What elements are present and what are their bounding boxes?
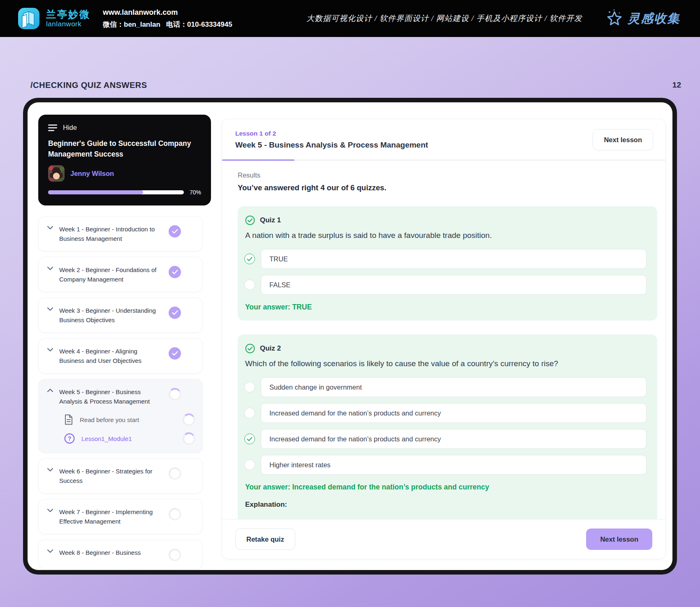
lesson-subitem[interactable]: ? Lesson1_Module1 xyxy=(47,432,195,445)
progress-ring-icon xyxy=(169,467,181,480)
lesson-header: Lesson 1 of 2 Week 5 - Business Analysis… xyxy=(222,119,665,159)
brand-bar: 兰亭妙微 lanlanwork www.lanlanwork.com 微信：be… xyxy=(0,0,700,37)
sparkle-star-icon xyxy=(605,9,624,28)
chevron-icon xyxy=(47,388,53,392)
chevron-icon xyxy=(47,508,53,512)
progress-ring-icon xyxy=(169,388,181,400)
document-icon xyxy=(64,414,73,425)
lesson-title: Week 5 - Business Analysis & Process Man… xyxy=(235,141,428,150)
chevron-icon xyxy=(47,549,53,553)
week-item[interactable]: Week 7 - Beginner - Implementing Effecti… xyxy=(38,499,203,534)
question-icon: ? xyxy=(64,433,75,444)
option-radio-icon[interactable] xyxy=(244,434,255,444)
page-number: 12 xyxy=(672,81,681,90)
next-lesson-button-top[interactable]: Next lesson xyxy=(593,129,653,150)
option-label: Increased demand for the nation’s produc… xyxy=(269,409,441,417)
quiz-results-content: Results You’ve answered right 4 our of 6… xyxy=(222,161,665,519)
quiz-question: A nation with a trade surplus is said to… xyxy=(244,231,647,240)
quiz-option[interactable]: FALSE xyxy=(244,275,647,295)
chevron-icon xyxy=(47,307,53,311)
wechat-text: 微信：ben_lanlan xyxy=(103,21,160,28)
quiz-list: Quiz 1 A nation with a trade surplus is … xyxy=(238,206,657,519)
quiz-footer: Retake quiz Next lesson xyxy=(222,519,665,559)
active-tab-indicator xyxy=(222,159,294,161)
chevron-icon xyxy=(47,468,53,472)
option-radio-icon[interactable] xyxy=(244,254,255,264)
option-radio-icon[interactable] xyxy=(244,459,255,470)
instructor-name[interactable]: Jenny Wilson xyxy=(70,170,114,178)
option-label: FALSE xyxy=(269,281,290,289)
lesson-panel: Lesson 1 of 2 Week 5 - Business Analysis… xyxy=(222,119,666,559)
completed-check-icon xyxy=(169,347,181,360)
quiz-option[interactable]: TRUE xyxy=(244,249,647,269)
progress-ring-icon xyxy=(169,549,181,561)
quiz-name: Quiz 1 xyxy=(260,216,281,224)
week-label: Week 3 - Beginner - Understanding Busine… xyxy=(59,306,163,325)
week-subitems: Read before you start ? Lesson1_Module1 xyxy=(47,413,195,445)
week-item[interactable]: Week 4 - Beginner - Aligning Business an… xyxy=(38,338,203,374)
app-window: Hide Beginner's Guide to Successful Comp… xyxy=(23,98,677,575)
week-label: Week 1 - Beginner - Introduction to Busi… xyxy=(59,224,163,243)
completed-check-icon xyxy=(169,307,181,319)
week-label: Week 5 - Beginner - Business Analysis & … xyxy=(59,387,163,406)
results-heading: Results xyxy=(238,171,657,179)
week-label: Week 8 - Beginner - Business xyxy=(59,548,163,557)
quiz-your-answer: Your answer: TRUE xyxy=(244,303,647,312)
lesson-counter: Lesson 1 of 2 xyxy=(235,130,428,137)
quiz-question: Which of the following scenarios is like… xyxy=(244,359,647,368)
progress-ring-icon xyxy=(183,413,195,426)
results-summary: You’ve answered right 4 our of 6 quizzes… xyxy=(238,183,657,192)
quiz-card: Quiz 1 A nation with a trade surplus is … xyxy=(238,206,657,321)
collect-label: 灵感收集 xyxy=(628,10,680,27)
completed-check-icon xyxy=(169,225,181,238)
hide-sidebar-button[interactable]: Hide xyxy=(48,124,201,132)
next-lesson-button-bottom[interactable]: Next lesson xyxy=(586,529,652,550)
quiz-option[interactable]: Increased demand for the nation’s produc… xyxy=(244,429,647,449)
contact-info: www.lanlanwork.com 微信：ben_lanlan 电话：010-… xyxy=(103,8,232,29)
subitem-label: Read before you start xyxy=(80,416,176,423)
website-text: www.lanlanwork.com xyxy=(103,8,232,17)
book-logo-icon xyxy=(17,7,40,30)
lanlanwork-logo: 兰亭妙微 lanlanwork xyxy=(17,7,90,30)
option-radio-icon[interactable] xyxy=(244,279,255,290)
week-item[interactable]: Week 2 - Beginner - Foundations of Compa… xyxy=(38,257,203,292)
chevron-icon xyxy=(47,266,53,270)
week-label: Week 2 - Beginner - Foundations of Compa… xyxy=(59,265,163,284)
phone-text: 电话：010-63334945 xyxy=(166,21,232,28)
week-item[interactable]: Week 3 - Beginner - Understanding Busine… xyxy=(38,298,203,333)
chevron-icon xyxy=(47,226,53,230)
quiz-card: Quiz 2 Which of the following scenarios … xyxy=(238,335,657,519)
week-item[interactable]: Week 5 - Beginner - Business Analysis & … xyxy=(38,379,203,453)
option-radio-icon[interactable] xyxy=(244,382,255,392)
header-divider xyxy=(222,159,665,161)
option-label: TRUE xyxy=(269,255,288,263)
svg-text:?: ? xyxy=(68,435,72,442)
option-radio-icon[interactable] xyxy=(244,408,255,418)
completed-check-icon xyxy=(169,266,181,278)
course-title: Beginner's Guide to Successful Company M… xyxy=(48,138,201,159)
retake-quiz-button[interactable]: Retake quiz xyxy=(235,529,295,550)
week-item[interactable]: Week 6 - Beginner - Strategies for Succe… xyxy=(38,458,203,494)
quiz-explanation-label: Explanation: xyxy=(244,501,647,509)
subitem-label: Lesson1_Module1 xyxy=(81,435,176,442)
progress-ring-icon xyxy=(169,508,181,520)
quiz-option[interactable]: Increased demand for the nation’s produc… xyxy=(244,403,647,423)
week-item[interactable]: Week 8 - Beginner - Business xyxy=(38,540,203,569)
quiz-option[interactable]: Higher interest rates xyxy=(244,455,647,475)
week-label: Week 7 - Beginner - Implementing Effecti… xyxy=(59,507,163,526)
quiz-option[interactable]: Sudden change in government xyxy=(244,377,647,397)
week-item[interactable]: Week 1 - Beginner - Introduction to Busi… xyxy=(38,216,203,252)
option-label: Sudden change in government xyxy=(269,383,362,391)
progress-percent: 70% xyxy=(190,189,201,196)
quiz-options: Sudden change in government Increased de… xyxy=(244,377,647,475)
progress-bar xyxy=(48,190,184,194)
hamburger-icon xyxy=(48,125,57,131)
lesson-subitem[interactable]: Read before you start xyxy=(47,413,195,426)
week-label: Week 4 - Beginner - Aligning Business an… xyxy=(59,346,163,365)
page-title: /CHECKING QUIZ ANSWERS xyxy=(30,81,147,90)
logo-title: 兰亭妙微 xyxy=(46,9,90,20)
quiz-check-icon xyxy=(245,344,255,353)
progress-fill xyxy=(48,190,143,194)
course-card: Hide Beginner's Guide to Successful Comp… xyxy=(38,115,211,205)
week-list: Week 1 - Beginner - Introduction to Busi… xyxy=(38,216,203,569)
